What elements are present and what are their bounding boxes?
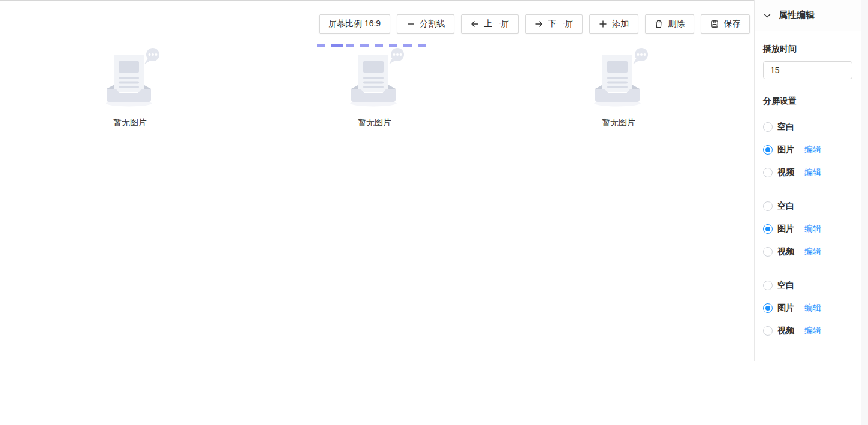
arrow-left-icon (471, 20, 479, 28)
screen-ratio-button[interactable]: 屏幕比例 16:9 (319, 14, 390, 34)
option-label[interactable]: 视频 (777, 246, 794, 257)
plus-icon (599, 20, 607, 28)
edit-image-link[interactable]: 编辑 (804, 303, 821, 314)
radio-image[interactable] (763, 145, 773, 155)
split-line-dashed[interactable] (317, 44, 432, 47)
toolbar: 屏幕比例 16:9 分割线 上一屏 下一屏 添加 (319, 14, 750, 34)
minus-icon (406, 20, 415, 28)
empty-image-illustration (589, 48, 649, 108)
add-label: 添加 (612, 19, 629, 29)
empty-image-illustration (345, 48, 405, 108)
group-divider (763, 191, 852, 191)
option-label[interactable]: 图片 (777, 144, 794, 155)
option-row-video: 视频 编辑 (763, 326, 852, 336)
radio-video[interactable] (763, 247, 773, 257)
prev-screen-button[interactable]: 上一屏 (461, 14, 519, 34)
edit-image-link[interactable]: 编辑 (804, 144, 821, 155)
next-screen-button[interactable]: 下一屏 (525, 14, 583, 34)
vertical-scrollbar[interactable] (861, 0, 868, 425)
delete-label: 删除 (668, 19, 685, 29)
option-label[interactable]: 图片 (777, 303, 794, 314)
prev-screen-label: 上一屏 (484, 19, 509, 29)
radio-blank[interactable] (763, 201, 773, 211)
chevron-down-icon (763, 11, 771, 20)
edit-video-link[interactable]: 编辑 (804, 167, 821, 178)
screen-editor-page: 屏幕比例 16:9 分割线 上一屏 下一屏 添加 (0, 0, 868, 425)
option-label[interactable]: 空白 (777, 201, 794, 212)
option-row-image: 图片 编辑 (763, 224, 852, 234)
option-label[interactable]: 视频 (777, 325, 794, 336)
split-line-dash-highlight (331, 44, 343, 47)
next-screen-label: 下一屏 (548, 19, 573, 29)
save-label: 保存 (724, 19, 740, 29)
panel-title: 属性编辑 (779, 10, 815, 21)
option-row-video: 视频 编辑 (763, 168, 852, 177)
edit-image-link[interactable]: 编辑 (804, 224, 821, 234)
option-row-blank: 空白 (763, 281, 852, 290)
radio-video[interactable] (763, 168, 773, 177)
ellipsis-bubble-icon (144, 48, 159, 64)
option-row-image: 图片 编辑 (763, 145, 852, 155)
radio-video[interactable] (763, 326, 773, 336)
radio-blank[interactable] (763, 122, 773, 132)
empty-text: 暂无图片 (345, 117, 405, 128)
option-row-blank: 空白 (763, 201, 852, 211)
radio-blank[interactable] (763, 281, 773, 290)
option-label[interactable]: 空白 (777, 280, 794, 291)
ellipsis-bubble-icon (389, 48, 404, 64)
split-line-button[interactable]: 分割线 (397, 14, 454, 34)
arrow-right-icon (535, 20, 543, 28)
play-time-input[interactable] (763, 61, 852, 79)
empty-text: 暂无图片 (100, 117, 160, 128)
radio-image[interactable] (763, 224, 773, 234)
edit-video-link[interactable]: 编辑 (804, 246, 821, 257)
add-button[interactable]: 添加 (589, 14, 638, 34)
play-time-label: 播放时间 (763, 44, 852, 55)
option-row-image: 图片 编辑 (763, 303, 852, 313)
split-settings-label: 分屏设置 (763, 96, 852, 107)
option-label[interactable]: 图片 (777, 224, 794, 234)
screen-slot-1[interactable]: 暂无图片 (100, 48, 160, 128)
edit-video-link[interactable]: 编辑 (804, 325, 821, 336)
properties-panel: 属性编辑 播放时间 分屏设置 空白 图片 编辑 视频 编辑 (754, 0, 861, 361)
option-label[interactable]: 空白 (777, 122, 794, 132)
option-label[interactable]: 视频 (777, 167, 794, 178)
ellipsis-bubble-icon (633, 48, 648, 64)
empty-image-illustration (100, 48, 160, 108)
split-line-label: 分割线 (420, 19, 445, 29)
screen-slot-2[interactable]: 暂无图片 (345, 48, 405, 128)
empty-text: 暂无图片 (589, 117, 649, 128)
screen-slot-3[interactable]: 暂无图片 (589, 48, 649, 128)
properties-panel-body: 播放时间 分屏设置 空白 图片 编辑 视频 编辑 空白 (755, 44, 861, 336)
group-divider (763, 270, 852, 270)
screen-ratio-label: 屏幕比例 16:9 (328, 19, 381, 29)
trash-icon (655, 20, 663, 28)
save-button[interactable]: 保存 (701, 14, 750, 34)
save-icon (710, 20, 719, 28)
properties-panel-header[interactable]: 属性编辑 (755, 0, 861, 31)
option-row-blank: 空白 (763, 122, 852, 132)
top-edge-divider (0, 0, 868, 1)
option-row-video: 视频 编辑 (763, 247, 852, 257)
delete-button[interactable]: 删除 (645, 14, 694, 34)
radio-image[interactable] (763, 303, 773, 313)
